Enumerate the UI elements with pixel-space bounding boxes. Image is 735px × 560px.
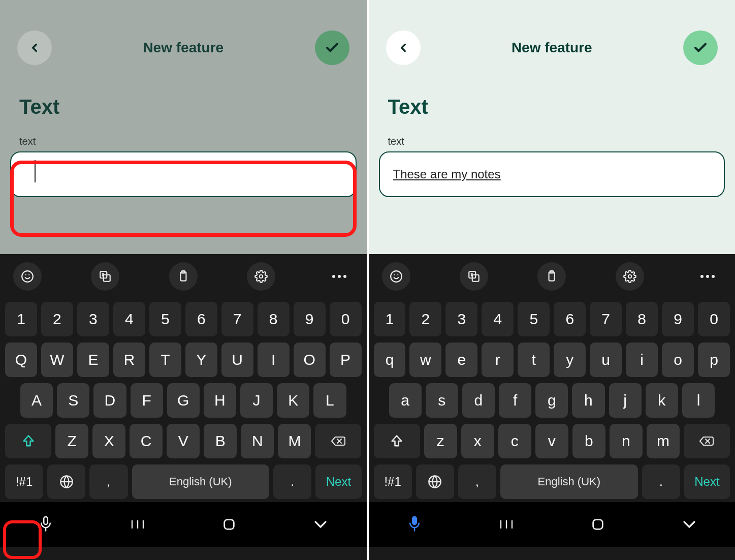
back-button[interactable]: [386, 30, 421, 65]
key-n[interactable]: n: [610, 424, 643, 458]
key-l[interactable]: L: [313, 383, 346, 418]
key-g[interactable]: G: [167, 383, 200, 418]
settings-button[interactable]: [616, 262, 644, 291]
key-x[interactable]: x: [461, 424, 494, 458]
key-j[interactable]: j: [609, 383, 642, 418]
key-q[interactable]: Q: [5, 343, 37, 377]
language-key[interactable]: [47, 464, 85, 499]
key-j[interactable]: J: [240, 383, 273, 418]
key-6[interactable]: 6: [185, 302, 217, 336]
space-key[interactable]: English (UK): [500, 464, 638, 499]
key-s[interactable]: s: [426, 383, 458, 418]
shift-key[interactable]: [374, 424, 420, 458]
key-m[interactable]: M: [278, 424, 311, 458]
backspace-key[interactable]: [684, 424, 730, 458]
text-input[interactable]: [379, 151, 725, 197]
key-e[interactable]: e: [445, 343, 477, 377]
settings-button[interactable]: [247, 262, 275, 291]
key-o[interactable]: O: [294, 343, 326, 377]
text-input[interactable]: [10, 151, 357, 197]
translate-button[interactable]: [91, 262, 119, 291]
key-5[interactable]: 5: [518, 302, 550, 336]
key-y[interactable]: y: [554, 343, 586, 377]
key-t[interactable]: t: [518, 343, 550, 377]
key-a[interactable]: A: [20, 383, 53, 418]
key-1[interactable]: 1: [5, 302, 37, 336]
next-key[interactable]: Next: [684, 464, 730, 499]
key-c[interactable]: c: [498, 424, 531, 458]
key-t[interactable]: T: [149, 343, 181, 377]
key-r[interactable]: R: [113, 343, 145, 377]
key-b[interactable]: b: [572, 424, 605, 458]
key-4[interactable]: 4: [482, 302, 514, 336]
key-7[interactable]: 7: [590, 302, 622, 336]
key-d[interactable]: d: [462, 383, 495, 418]
key-e[interactable]: E: [77, 343, 109, 377]
key-f[interactable]: f: [499, 383, 531, 418]
key-z[interactable]: z: [424, 424, 457, 458]
key-u[interactable]: u: [590, 343, 622, 377]
translate-button[interactable]: [460, 262, 488, 291]
key-w[interactable]: w: [409, 343, 441, 377]
key-m[interactable]: m: [647, 424, 680, 458]
confirm-button[interactable]: [315, 30, 349, 65]
key-7[interactable]: 7: [221, 302, 253, 336]
comma-key[interactable]: ,: [458, 464, 496, 499]
back-nav-button[interactable]: [313, 519, 328, 530]
symbol-key[interactable]: !#1: [5, 464, 43, 499]
key-k[interactable]: k: [646, 383, 678, 418]
space-key[interactable]: English (UK): [132, 464, 270, 499]
key-r[interactable]: r: [482, 343, 514, 377]
key-w[interactable]: W: [41, 343, 73, 377]
emoji-button[interactable]: [13, 262, 42, 291]
comma-key[interactable]: ,: [89, 464, 127, 499]
key-l[interactable]: l: [682, 383, 715, 418]
key-0[interactable]: 0: [330, 302, 362, 336]
symbol-key[interactable]: !#1: [374, 464, 412, 499]
backspace-key[interactable]: [315, 424, 361, 458]
key-q[interactable]: q: [374, 343, 406, 377]
home-button[interactable]: [591, 517, 605, 532]
key-c[interactable]: C: [130, 424, 163, 458]
key-k[interactable]: K: [277, 383, 309, 418]
language-key[interactable]: [416, 464, 454, 499]
key-8[interactable]: 8: [258, 302, 290, 336]
key-8[interactable]: 8: [626, 302, 658, 336]
key-9[interactable]: 9: [294, 302, 326, 336]
key-n[interactable]: N: [241, 424, 274, 458]
key-h[interactable]: H: [204, 383, 236, 418]
key-i[interactable]: i: [626, 343, 658, 377]
key-f[interactable]: F: [131, 383, 163, 418]
period-key[interactable]: .: [642, 464, 680, 499]
clipboard-button[interactable]: [169, 262, 198, 291]
key-h[interactable]: h: [572, 383, 604, 418]
key-v[interactable]: v: [535, 424, 568, 458]
key-1[interactable]: 1: [374, 302, 406, 336]
back-button[interactable]: [17, 30, 52, 65]
key-2[interactable]: 2: [41, 302, 73, 336]
key-u[interactable]: U: [221, 343, 253, 377]
key-y[interactable]: Y: [185, 343, 217, 377]
home-button[interactable]: [222, 517, 236, 532]
key-p[interactable]: P: [330, 343, 362, 377]
key-3[interactable]: 3: [445, 302, 477, 336]
key-o[interactable]: o: [662, 343, 694, 377]
key-2[interactable]: 2: [409, 302, 441, 336]
back-nav-button[interactable]: [682, 519, 697, 530]
key-v[interactable]: V: [167, 424, 200, 458]
key-5[interactable]: 5: [149, 302, 181, 336]
mic-button[interactable]: [407, 515, 422, 534]
key-9[interactable]: 9: [662, 302, 694, 336]
more-button[interactable]: [325, 274, 354, 278]
key-0[interactable]: 0: [698, 302, 730, 336]
period-key[interactable]: .: [273, 464, 311, 499]
key-g[interactable]: g: [535, 383, 568, 418]
key-i[interactable]: I: [258, 343, 290, 377]
confirm-button[interactable]: [683, 30, 718, 65]
key-a[interactable]: a: [389, 383, 422, 418]
recents-button[interactable]: [130, 519, 145, 530]
key-b[interactable]: B: [204, 424, 237, 458]
key-s[interactable]: S: [57, 383, 89, 418]
clipboard-button[interactable]: [537, 262, 566, 291]
key-6[interactable]: 6: [554, 302, 586, 336]
